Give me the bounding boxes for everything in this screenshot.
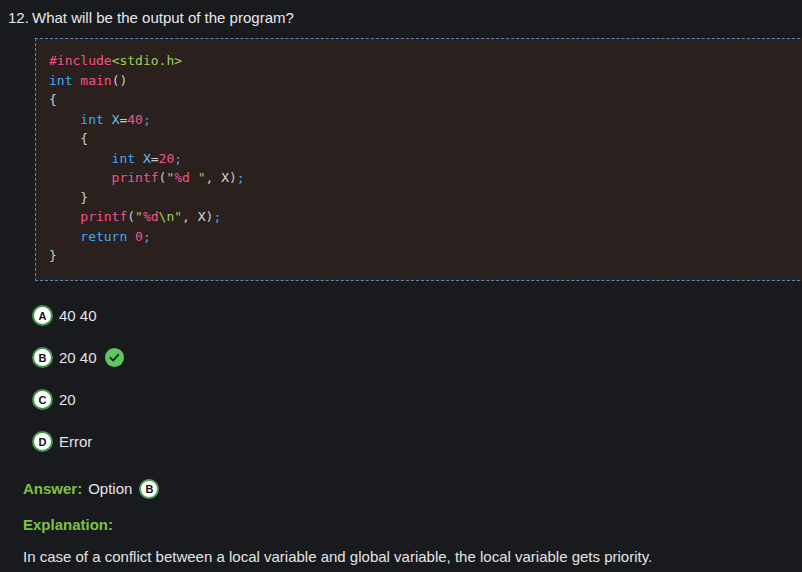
code-block: #include<stdio.h>int main(){ int X=40; {…	[35, 38, 802, 281]
answer-label: Answer:	[23, 480, 82, 497]
option-label: 20 40	[59, 349, 97, 366]
quiz-question-page: 12. What will be the output of the progr…	[0, 9, 802, 572]
answer-row: Answer: Option B	[23, 479, 802, 499]
option-row[interactable]: B 20 40	[32, 347, 802, 369]
question-header: 12. What will be the output of the progr…	[8, 9, 802, 26]
answer-letter-badge: B	[139, 479, 159, 499]
answer-option-word: Option	[88, 480, 132, 497]
question-number: 12.	[8, 9, 32, 26]
options-list: A 40 40 B 20 40 C 20 D Error	[32, 305, 802, 453]
option-label: 40 40	[59, 307, 97, 324]
explanation-text: In case of a conflict between a local va…	[23, 547, 802, 566]
option-row[interactable]: D Error	[32, 431, 802, 453]
option-letter-badge: A	[32, 305, 53, 326]
option-row[interactable]: C 20	[32, 389, 802, 411]
option-letter-badge: C	[32, 389, 53, 410]
correct-check-icon	[105, 348, 124, 367]
option-letter-badge: D	[32, 431, 53, 452]
option-label: 20	[59, 391, 76, 408]
option-row[interactable]: A 40 40	[32, 305, 802, 327]
question-title: What will be the output of the program?	[32, 9, 294, 26]
option-letter-badge: B	[32, 347, 53, 368]
option-label: Error	[59, 433, 92, 450]
explanation-label: Explanation:	[23, 516, 802, 533]
